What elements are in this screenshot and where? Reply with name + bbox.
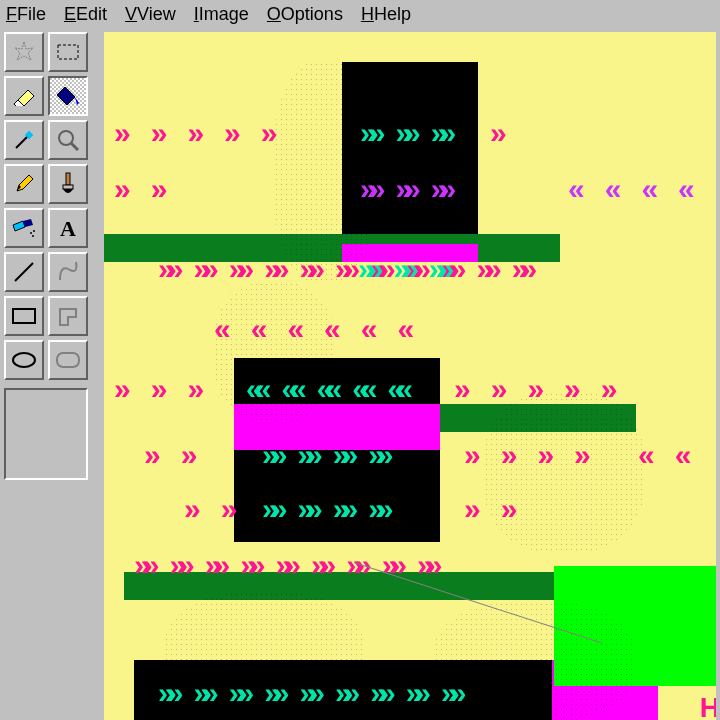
svg-text:A: A bbox=[60, 217, 76, 239]
chevron-row-19: »»»»»»»»»»»»»»»»»» bbox=[134, 548, 434, 582]
magnify-icon bbox=[56, 128, 80, 152]
menu-options[interactable]: OOptions bbox=[267, 4, 343, 25]
workspace: A »»»»»»»»»»»»»»»»»»»»«««««»»»»»»»»»»»»»… bbox=[0, 28, 720, 720]
menu-edit[interactable]: EEdit bbox=[64, 4, 107, 25]
line-icon bbox=[12, 260, 36, 284]
chevron-row-0: »»»»» bbox=[114, 116, 269, 150]
toolbox: A bbox=[4, 32, 94, 480]
fill-icon bbox=[55, 85, 81, 107]
corner-letter: H bbox=[700, 692, 716, 720]
svg-line-8 bbox=[71, 143, 78, 150]
tool-brush[interactable] bbox=[48, 164, 88, 204]
chevron-row-3: »» bbox=[114, 172, 159, 206]
svg-rect-20 bbox=[13, 309, 35, 323]
chevron-row-16: »» bbox=[184, 492, 229, 526]
tool-text[interactable]: A bbox=[48, 208, 88, 248]
tool-magnify[interactable] bbox=[48, 120, 88, 160]
text-icon: A bbox=[57, 217, 79, 239]
tool-eraser[interactable] bbox=[4, 76, 44, 116]
chevron-row-13: »»»»»»»» bbox=[262, 438, 386, 472]
menubar: FFile EEdit VView IImage OOptions HHelp bbox=[0, 0, 720, 28]
svg-marker-13 bbox=[13, 221, 25, 231]
tool-freeform-select[interactable] bbox=[4, 32, 44, 72]
spray-3 bbox=[164, 592, 364, 720]
tool-fill[interactable] bbox=[48, 76, 88, 116]
menu-file[interactable]: FFile bbox=[6, 4, 46, 25]
menu-image[interactable]: IImage bbox=[194, 4, 249, 25]
spray-0 bbox=[274, 62, 374, 282]
menu-view[interactable]: VView bbox=[125, 4, 176, 25]
chevron-row-7: »»»»»» bbox=[358, 252, 446, 286]
tool-curve[interactable] bbox=[48, 252, 88, 292]
eraser-icon bbox=[12, 86, 36, 106]
svg-marker-21 bbox=[60, 309, 76, 325]
chevron-row-9: »»» bbox=[114, 372, 196, 406]
svg-rect-12 bbox=[63, 185, 73, 189]
svg-point-22 bbox=[13, 353, 35, 367]
tool-ellipse[interactable] bbox=[4, 340, 44, 380]
chevron-row-17: »»»»»»»» bbox=[262, 492, 386, 526]
svg-point-7 bbox=[59, 131, 73, 145]
menu-help[interactable]: HHelp bbox=[361, 4, 411, 25]
svg-line-19 bbox=[15, 263, 33, 281]
svg-point-15 bbox=[30, 232, 32, 234]
tool-picker[interactable] bbox=[4, 120, 44, 160]
pencil-icon bbox=[13, 173, 35, 195]
marquee-icon bbox=[57, 44, 79, 60]
canvas[interactable]: »»»»»»»»»»»»»»»»»»»»«««««»»»»»»»»»»»»»»»… bbox=[104, 32, 716, 720]
svg-point-16 bbox=[33, 230, 35, 232]
svg-rect-1 bbox=[58, 45, 78, 59]
svg-rect-23 bbox=[57, 353, 79, 367]
ellipse-icon bbox=[11, 350, 37, 370]
rrect-icon bbox=[55, 350, 81, 370]
chevron-row-15: «« bbox=[638, 438, 683, 472]
tool-preview bbox=[4, 388, 88, 480]
picker-icon bbox=[12, 128, 36, 152]
svg-marker-9 bbox=[17, 175, 33, 191]
tool-line[interactable] bbox=[4, 252, 44, 292]
svg-point-17 bbox=[32, 235, 34, 237]
airbrush-icon bbox=[11, 217, 37, 239]
spray-2 bbox=[484, 392, 644, 552]
chevron-row-2: » bbox=[490, 116, 499, 150]
curve-icon bbox=[56, 260, 80, 284]
tool-rrect[interactable] bbox=[48, 340, 88, 380]
rect-icon bbox=[11, 306, 37, 326]
svg-rect-11 bbox=[66, 173, 70, 185]
svg-marker-4 bbox=[57, 87, 75, 105]
tool-rect[interactable] bbox=[4, 296, 44, 336]
poly-icon bbox=[56, 305, 80, 327]
tool-rect-select[interactable] bbox=[48, 32, 88, 72]
chevron-row-12: »» bbox=[144, 438, 189, 472]
svg-marker-0 bbox=[15, 42, 33, 60]
brush-icon bbox=[58, 171, 78, 197]
star-icon bbox=[13, 41, 35, 63]
svg-line-5 bbox=[16, 136, 28, 148]
tool-poly[interactable] bbox=[48, 296, 88, 336]
chevron-row-5: ««««« bbox=[568, 172, 716, 206]
tool-airbrush[interactable] bbox=[4, 208, 44, 248]
spray-1 bbox=[214, 282, 334, 422]
tool-pencil[interactable] bbox=[4, 164, 44, 204]
